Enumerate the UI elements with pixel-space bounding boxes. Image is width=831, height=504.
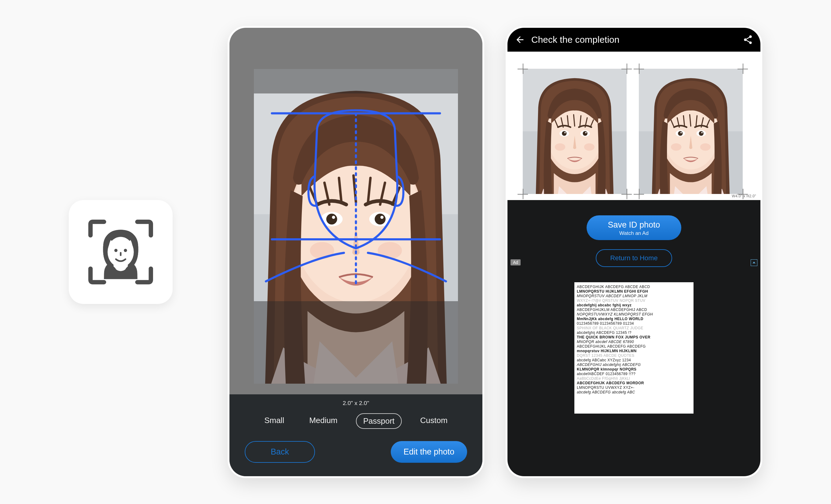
id-photo-1: [523, 69, 627, 194]
face-alignment-guide: [254, 93, 458, 301]
save-id-photo-button[interactable]: Save ID photo Watch an Ad: [586, 215, 681, 240]
editor-screen: 2.0" x 2.0" Small Medium Passport Custom…: [228, 26, 484, 478]
svg-rect-15: [120, 252, 121, 256]
paper-size-label: W4.0" x H2.0": [732, 194, 756, 198]
edit-photo-button[interactable]: Edit the photo: [391, 441, 467, 463]
id-photo-2: [639, 69, 743, 194]
svg-point-16: [115, 263, 126, 271]
crop-dim-bottom: [254, 301, 458, 384]
face-scan-icon: [81, 212, 161, 292]
print-preview: W4.0" x H2.0": [508, 52, 761, 200]
top-bar: Check the completion: [508, 28, 761, 52]
photo-crop-area[interactable]: [229, 28, 482, 394]
completion-screen: Check the completion: [506, 26, 762, 478]
back-arrow-icon[interactable]: [515, 34, 525, 45]
svg-point-14: [124, 249, 127, 252]
size-options: Small Medium Passport Custom: [242, 413, 470, 429]
ad-badge: Ad: [511, 259, 521, 265]
return-home-button[interactable]: Return to Home: [596, 249, 672, 267]
ad-banner[interactable]: ABCDEFGHIJK ABCDEFG ABCDE ABCDLMNOPQRSTU…: [574, 282, 693, 414]
crop-dim-top: [254, 69, 458, 93]
photo-size-label: 2.0" x 2.0": [242, 400, 470, 407]
size-option-custom[interactable]: Custom: [413, 413, 454, 429]
size-option-small[interactable]: Small: [258, 413, 291, 429]
share-icon[interactable]: [743, 34, 753, 45]
screen-title: Check the completion: [531, 34, 737, 45]
save-button-sublabel: Watch an Ad: [586, 230, 681, 236]
save-button-label: Save ID photo: [586, 220, 681, 230]
size-option-medium[interactable]: Medium: [303, 413, 344, 429]
app-icon: [69, 200, 173, 304]
svg-point-13: [114, 249, 117, 252]
ad-close-icon[interactable]: [751, 259, 757, 266]
size-option-passport[interactable]: Passport: [356, 413, 402, 429]
back-button[interactable]: Back: [245, 441, 315, 463]
